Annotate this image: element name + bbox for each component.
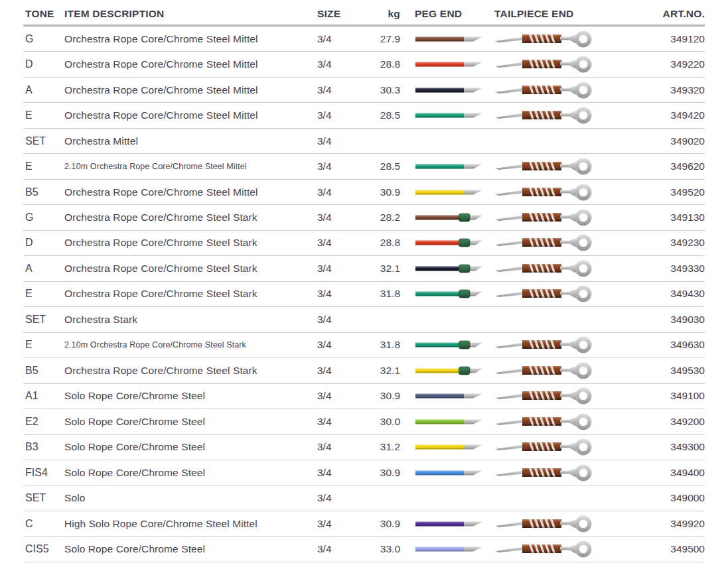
tailpiece-end-cell bbox=[494, 411, 602, 432]
tone-cell: A bbox=[23, 84, 64, 96]
description-cell: Solo Rope Core/Chrome Steel bbox=[64, 416, 317, 428]
description-cell: Solo Rope Core/Chrome Steel bbox=[64, 467, 317, 479]
peg-end-color-icon bbox=[415, 287, 484, 300]
art-no-cell: 349630 bbox=[602, 339, 705, 351]
size-cell: 3/4 bbox=[317, 84, 362, 96]
description-cell: Orchestra Rope Core/Chrome Steel Stark bbox=[64, 237, 317, 249]
tailpiece-end-cell bbox=[494, 309, 602, 330]
tone-cell: A bbox=[23, 263, 64, 275]
peg-end-color-icon bbox=[415, 160, 484, 173]
tone-cell: G bbox=[23, 33, 64, 45]
peg-end-color-icon bbox=[415, 415, 484, 428]
tailpiece-string-icon bbox=[494, 156, 594, 177]
table-body: G Orchestra Rope Core/Chrome Steel Mitte… bbox=[23, 27, 705, 562]
kg-cell: 28.5 bbox=[362, 160, 403, 172]
art-no-cell: 349030 bbox=[602, 314, 705, 326]
description-cell: 2.10m Orchestra Rope Core/Chrome Steel M… bbox=[64, 162, 317, 171]
peg-end-color-icon bbox=[415, 364, 484, 377]
size-cell: 3/4 bbox=[317, 58, 362, 70]
table-row: CIS5 Solo Rope Core/Chrome Steel 3/4 33.… bbox=[23, 537, 705, 562]
peg-end-cell bbox=[403, 186, 494, 199]
stark-band-icon bbox=[459, 367, 471, 375]
peg-end-cell bbox=[403, 84, 494, 97]
description-cell: Solo bbox=[64, 492, 317, 504]
description-cell: Orchestra Rope Core/Chrome Steel Stark bbox=[64, 212, 317, 223]
table-row: SET Orchestra Stark 3/4 bbox=[23, 307, 705, 332]
kg-cell: 33.0 bbox=[362, 543, 403, 555]
art-no-cell: 349220 bbox=[602, 58, 705, 70]
art-no-cell: 349520 bbox=[602, 186, 705, 198]
tailpiece-end-cell bbox=[494, 462, 602, 483]
kg-cell: 30.9 bbox=[362, 518, 403, 530]
tailpiece-string-icon bbox=[494, 258, 594, 279]
tailpiece-string-icon bbox=[494, 80, 594, 101]
description-cell: Solo Rope Core/Chrome Steel bbox=[64, 390, 317, 402]
kg-cell: 31.2 bbox=[362, 441, 403, 453]
column-header-kg: kg bbox=[362, 8, 403, 25]
stark-band-icon bbox=[459, 239, 471, 247]
tailpiece-end-cell bbox=[494, 54, 602, 75]
peg-end-cell bbox=[403, 517, 494, 531]
tailpiece-end-cell bbox=[494, 385, 602, 407]
size-cell: 3/4 bbox=[317, 186, 362, 198]
description-cell: Solo Rope Core/Chrome Steel bbox=[64, 441, 317, 453]
tailpiece-string-icon bbox=[494, 232, 594, 253]
size-cell: 3/4 bbox=[317, 237, 362, 249]
tone-cell: FIS4 bbox=[23, 467, 64, 479]
kg-cell: 30.9 bbox=[362, 186, 403, 198]
art-no-cell: 349330 bbox=[602, 263, 705, 275]
peg-end-cell bbox=[403, 236, 494, 249]
tailpiece-string-icon bbox=[494, 436, 594, 458]
tailpiece-end-cell bbox=[494, 283, 602, 304]
tailpiece-end-cell bbox=[494, 360, 602, 381]
art-no-cell: 349130 bbox=[602, 212, 705, 223]
description-cell: Orchestra Rope Core/Chrome Steel Mittel bbox=[64, 84, 317, 96]
tailpiece-end-cell bbox=[494, 513, 602, 535]
column-header-tailpiece-end: TAILPIECE END bbox=[494, 8, 602, 25]
stark-band-icon bbox=[459, 214, 471, 222]
art-no-cell: 349200 bbox=[602, 416, 705, 428]
column-header-art-no: ART.NO. bbox=[602, 8, 705, 25]
tone-cell: G bbox=[23, 212, 64, 223]
tailpiece-end-cell bbox=[494, 29, 602, 50]
description-cell: Orchestra Rope Core/Chrome Steel Mittel bbox=[64, 58, 317, 70]
tailpiece-end-cell bbox=[494, 207, 602, 228]
size-cell: 3/4 bbox=[317, 33, 362, 45]
tone-cell: E2 bbox=[23, 416, 64, 428]
tailpiece-string-icon bbox=[494, 54, 594, 75]
kg-cell: 28.2 bbox=[362, 212, 403, 223]
tone-cell: E bbox=[23, 288, 64, 300]
tailpiece-end-cell bbox=[494, 105, 602, 126]
string-catalog-table: TONE ITEM DESCRIPTION SIZE kg PEG END TA… bbox=[0, 0, 728, 562]
peg-end-color-icon bbox=[415, 466, 484, 479]
kg-cell: 28.5 bbox=[362, 109, 403, 121]
table-row: B5 Orchestra Rope Core/Chrome Steel Star… bbox=[23, 358, 705, 383]
size-cell: 3/4 bbox=[317, 518, 362, 530]
peg-end-cell bbox=[403, 491, 494, 505]
tone-cell: B5 bbox=[23, 186, 64, 198]
tailpiece-string-icon bbox=[494, 105, 594, 126]
peg-end-cell bbox=[403, 32, 494, 46]
tailpiece-string-icon bbox=[494, 283, 594, 304]
kg-cell: 30.0 bbox=[362, 416, 403, 428]
table-row: SET Solo 3/4 bbox=[23, 485, 705, 511]
table-row: E 2.10m Orchestra Rope Core/Chrome Steel… bbox=[23, 333, 705, 358]
kg-cell: 30.3 bbox=[362, 84, 403, 96]
peg-end-color-icon bbox=[415, 338, 484, 351]
art-no-cell: 349320 bbox=[602, 84, 705, 96]
size-cell: 3/4 bbox=[317, 416, 362, 428]
table-row: G Orchestra Rope Core/Chrome Steel Mitte… bbox=[23, 27, 705, 52]
art-no-cell: 349500 bbox=[602, 543, 705, 555]
size-cell: 3/4 bbox=[317, 314, 362, 326]
size-cell: 3/4 bbox=[317, 212, 362, 223]
peg-end-cell bbox=[403, 466, 494, 479]
column-header-peg-end: PEG END bbox=[403, 8, 494, 25]
column-header-size: SIZE bbox=[317, 8, 362, 25]
peg-end-cell bbox=[403, 58, 494, 71]
art-no-cell: 349020 bbox=[602, 135, 705, 147]
tailpiece-string-icon bbox=[494, 334, 594, 355]
tailpiece-end-cell bbox=[494, 182, 602, 203]
peg-end-color-icon bbox=[415, 236, 484, 249]
size-cell: 3/4 bbox=[317, 339, 362, 351]
description-cell: 2.10m Orchestra Rope Core/Chrome Steel S… bbox=[64, 340, 317, 350]
